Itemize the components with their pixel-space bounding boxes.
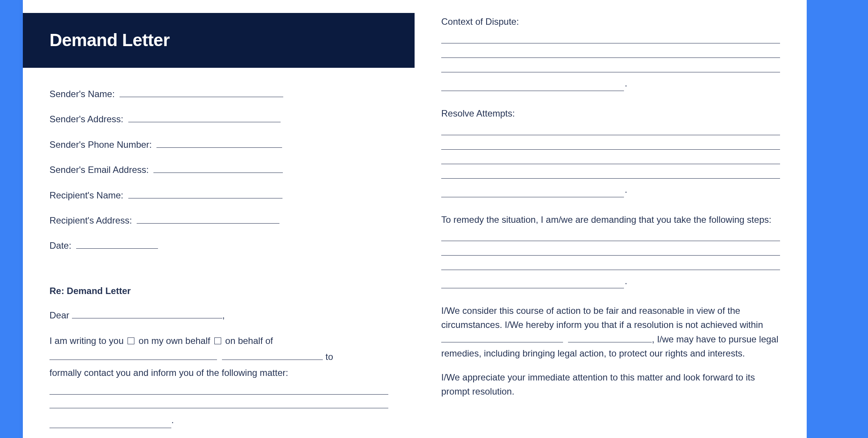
blank-sender-phone[interactable] [156,138,282,148]
body-opt1: on my own behalf [136,336,212,346]
blank-sender-email[interactable] [153,163,283,173]
body-intro: I am writing to you on my own behalf on … [49,333,388,428]
label-resolve: Resolve Attempts: [441,106,780,121]
label-date: Date: [49,240,71,251]
blank-sender-address[interactable] [128,113,281,122]
field-date: Date: [49,238,388,253]
blank-recipient-name[interactable] [128,189,282,198]
blank-remedy-4[interactable] [441,278,624,288]
title-bar: Demand Letter [23,13,415,68]
body-to: to [323,352,333,362]
section-resolve: Resolve Attempts: . [441,106,780,197]
field-recipient-address: Recipient's Address: [49,213,388,228]
left-content: Sender's Name: Sender's Address: Sender'… [23,68,415,428]
blank-date[interactable] [76,239,158,249]
resolve-period: . [625,182,627,197]
salutation-suffix: , [222,310,225,320]
blank-deadline-2[interactable] [568,332,652,342]
fair-text-a: I/We consider this course of action to b… [441,305,763,330]
label-recipient-address: Recipient's Address: [49,215,132,225]
remedy-period: . [625,274,627,288]
body-opt2: on behalf of [223,336,273,346]
page-right: Context of Dispute: . Resolve Attempts: … [415,0,807,438]
blank-resolve-5[interactable] [441,187,624,197]
blank-remedy-3[interactable] [441,259,780,270]
label-remedy: To remedy the situation, I am/we are dem… [441,213,780,227]
context-period: . [625,76,627,91]
document-spread: Demand Letter Sender's Name: Sender's Ad… [23,0,845,438]
body-text-a: I am writing to you [49,336,126,346]
blank-matter-line-1[interactable] [49,384,388,395]
blank-context-4[interactable] [441,80,624,91]
blank-behalf-1[interactable] [49,350,217,360]
body-text-b: formally contact you and inform you of t… [49,368,288,378]
blank-deadline-1[interactable] [441,332,563,342]
matter-period: . [171,412,174,428]
re-line: Re: Demand Letter [49,284,388,298]
page-left: Demand Letter Sender's Name: Sender's Ad… [23,0,415,438]
blank-salutation[interactable] [72,309,222,318]
field-sender-email: Sender's Email Address: [49,163,388,177]
checkbox-own-behalf[interactable] [128,337,134,344]
blank-context-1[interactable] [441,33,780,43]
blank-resolve-1[interactable] [441,125,780,135]
right-content: Context of Dispute: . Resolve Attempts: … [415,0,807,398]
blank-context-3[interactable] [441,62,780,72]
label-recipient-name: Recipient's Name: [49,190,123,200]
checkbox-on-behalf-of[interactable] [214,337,221,344]
blank-recipient-address[interactable] [137,214,279,224]
section-remedy: To remedy the situation, I am/we are dem… [441,213,780,289]
field-sender-name: Sender's Name: [49,87,388,101]
blank-resolve-4[interactable] [441,168,780,179]
label-sender-name: Sender's Name: [49,89,115,99]
paragraph-closing: I/We appreciate your immediate attention… [441,370,780,398]
blank-matter-line-3[interactable] [49,417,171,428]
salutation-prefix: Dear [49,310,72,320]
label-sender-address: Sender's Address: [49,114,123,124]
label-context: Context of Dispute: [441,14,780,29]
label-sender-phone: Sender's Phone Number: [49,139,152,150]
field-sender-address: Sender's Address: [49,112,388,126]
blank-remedy-2[interactable] [441,245,780,256]
label-sender-email: Sender's Email Address: [49,165,149,175]
blank-matter-line-2[interactable] [49,398,388,408]
field-sender-phone: Sender's Phone Number: [49,137,388,152]
blank-sender-name[interactable] [120,88,283,97]
blank-context-2[interactable] [441,47,780,58]
blank-remedy-1[interactable] [441,230,780,241]
blank-resolve-2[interactable] [441,139,780,150]
paragraph-fair: I/We consider this course of action to b… [441,304,780,360]
section-context: Context of Dispute: . [441,14,780,91]
field-recipient-name: Recipient's Name: [49,188,388,203]
blank-resolve-3[interactable] [441,153,780,164]
blank-behalf-2[interactable] [222,350,323,360]
page-title: Demand Letter [49,30,388,50]
salutation-line: Dear , [49,308,388,323]
